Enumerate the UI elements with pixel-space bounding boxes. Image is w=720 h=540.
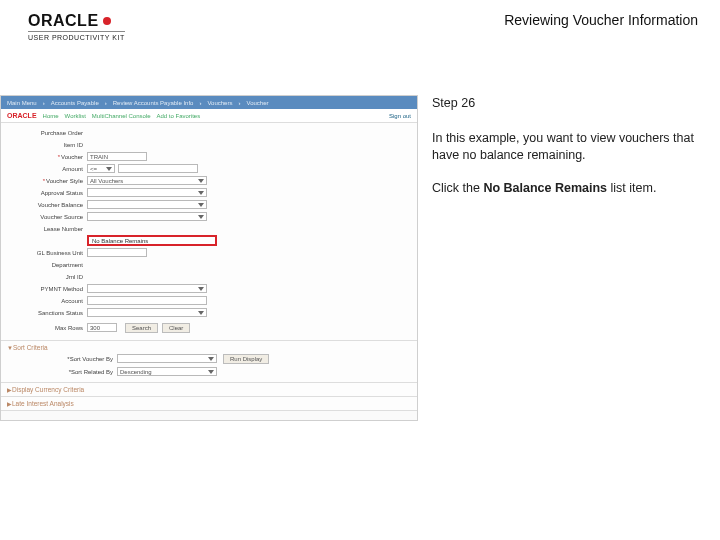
brand-subtitle: USER PRODUCTIVITY KIT xyxy=(28,31,125,41)
section-sort-criteria[interactable]: Sort Criteria *Sort Voucher By Run Displ… xyxy=(1,340,417,382)
nav-home[interactable]: Home xyxy=(43,113,59,119)
search-button[interactable]: Search xyxy=(125,323,158,333)
section-toggle[interactable]: Late Interest Analysis xyxy=(7,400,411,407)
gl-business-unit-input[interactable] xyxy=(87,248,147,257)
voucher-balance-select[interactable] xyxy=(87,200,207,209)
brand-block: ORACLE USER PRODUCTIVITY KIT xyxy=(28,12,125,41)
label-voucher: Voucher xyxy=(7,154,87,160)
nav-worklist[interactable]: Worklist xyxy=(65,113,86,119)
chevron-down-icon xyxy=(198,203,204,207)
section-toggle[interactable]: Sort Criteria xyxy=(7,344,411,351)
chevron-down-icon xyxy=(106,167,112,171)
chevron-down-icon xyxy=(198,191,204,195)
label-max-rows: Max Rows xyxy=(7,325,87,331)
nav-multichannel[interactable]: MultiChannel Console xyxy=(92,113,151,119)
section-late-interest[interactable]: Late Interest Analysis xyxy=(1,396,417,410)
label-voucher-source: Voucher Source xyxy=(7,214,87,220)
brand-name: ORACLE xyxy=(28,12,99,30)
chevron-down-icon xyxy=(198,287,204,291)
chevron-down-icon xyxy=(198,215,204,219)
section-display-currency[interactable]: Display Currency Criteria xyxy=(1,382,417,396)
label-jrnl-id: Jrnl ID xyxy=(7,274,87,280)
instruction-panel: Step 26 In this example, you want to vie… xyxy=(420,95,720,421)
breadcrumb: Main Menu› Accounts Payable› Review Acco… xyxy=(1,96,417,109)
clear-button[interactable]: Clear xyxy=(162,323,190,333)
amount-input[interactable] xyxy=(118,164,198,173)
chevron-down-icon xyxy=(208,370,214,374)
app-header: ORACLE Home Worklist MultiChannel Consol… xyxy=(1,109,417,123)
statusbar xyxy=(1,410,417,420)
label-voucher-balance: Voucher Balance xyxy=(7,202,87,208)
voucher-source-select[interactable] xyxy=(87,212,207,221)
label-item-id: Item ID xyxy=(7,142,87,148)
label-sort-related-by: *Sort Related By xyxy=(7,369,117,375)
chevron-down-icon xyxy=(198,311,204,315)
app-brand: ORACLE xyxy=(7,112,37,119)
nav-favorites[interactable]: Add to Favorites xyxy=(157,113,201,119)
label-gl-business-unit: GL Business Unit xyxy=(7,250,87,256)
label-voucher-style: Voucher Style xyxy=(7,178,87,184)
step-number: Step 26 xyxy=(432,95,702,112)
instruction-body: In this example, you want to view vouche… xyxy=(432,130,702,164)
label-sort-voucher-by: *Sort Voucher By xyxy=(7,356,117,362)
sanctions-status-select[interactable] xyxy=(87,308,207,317)
pymnt-method-select[interactable] xyxy=(87,284,207,293)
nav-signout[interactable]: Sign out xyxy=(389,113,411,119)
label-approval-status: Approval Status xyxy=(7,190,87,196)
instruction-action: Click the No Balance Remains list item. xyxy=(432,180,702,197)
label-amount: Amount xyxy=(7,166,87,172)
max-rows-input[interactable]: 300 xyxy=(87,323,117,332)
page-title: Reviewing Voucher Information xyxy=(504,12,698,28)
section-toggle[interactable]: Display Currency Criteria xyxy=(7,386,411,393)
approval-status-select[interactable] xyxy=(87,188,207,197)
sort-voucher-by-select[interactable] xyxy=(117,354,217,363)
label-account: Account xyxy=(7,298,87,304)
voucher-input[interactable]: TRAIN xyxy=(87,152,147,161)
amount-op-select[interactable]: <= xyxy=(87,164,115,173)
sort-related-by-select[interactable]: Descending xyxy=(117,367,217,376)
chevron-down-icon xyxy=(198,179,204,183)
label-sanctions-status: Sanctions Status xyxy=(7,310,87,316)
label-department: Department xyxy=(7,262,87,268)
voucher-style-select[interactable]: All Vouchers xyxy=(87,176,207,185)
run-display-button[interactable]: Run Display xyxy=(223,354,269,364)
label-pymnt-method: PYMNT Method xyxy=(7,286,87,292)
no-balance-remains-item[interactable]: No Balance Remains xyxy=(87,235,217,246)
brand-dot-icon xyxy=(103,17,111,25)
label-lease-number: Lease Number xyxy=(7,226,87,232)
account-input[interactable] xyxy=(87,296,207,305)
label-purchase-order: Purchase Order xyxy=(7,130,87,136)
chevron-down-icon xyxy=(208,357,214,361)
app-screenshot: Main Menu› Accounts Payable› Review Acco… xyxy=(0,95,418,421)
